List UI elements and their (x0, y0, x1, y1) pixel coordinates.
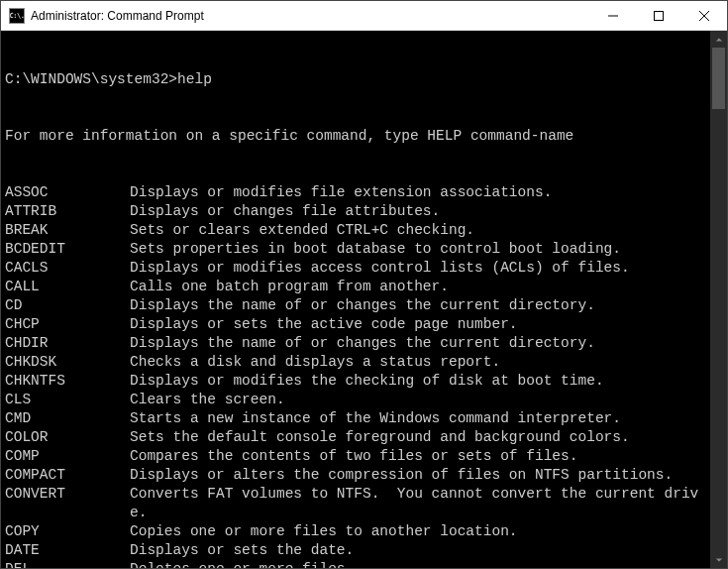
command-prompt-window: C:\. Administrator: Command Prompt C:\WI… (0, 0, 728, 569)
command-name: CMD (5, 409, 130, 428)
command-description: Displays or modifies the checking of dis… (130, 372, 706, 391)
command-description: Displays or modifies access control list… (130, 259, 706, 278)
command-row: CHDIRDisplays the name of or changes the… (5, 334, 706, 353)
scroll-down-arrow[interactable] (710, 551, 727, 568)
maximize-button[interactable] (636, 1, 681, 30)
window-controls (590, 1, 727, 30)
command-description: Displays or sets the active code page nu… (130, 315, 706, 334)
command-row: CONVERTConverts FAT volumes to NTFS. You… (5, 485, 706, 522)
command-name: COMP (5, 447, 130, 466)
command-row: CLSClears the screen. (5, 391, 706, 409)
command-row: ASSOCDisplays or modifies file extension… (5, 183, 706, 202)
command-row: CHCPDisplays or sets the active code pag… (5, 315, 706, 334)
command-description: Calls one batch program from another. (130, 278, 706, 296)
command-description: Displays or modifies file extension asso… (130, 183, 706, 202)
command-name: ATTRIB (5, 202, 130, 221)
command-description: Starts a new instance of the Windows com… (130, 409, 706, 428)
scroll-up-arrow[interactable] (710, 31, 727, 48)
command-description: Checks a disk and displays a status repo… (130, 353, 706, 372)
command-description: Compares the contents of two files or se… (130, 447, 706, 466)
command-description: Displays the name of or changes the curr… (130, 334, 706, 353)
minimize-button[interactable] (590, 1, 636, 30)
command-row: COLORSets the default console foreground… (5, 428, 706, 447)
command-name: DATE (5, 541, 130, 560)
command-description: Displays or sets the date. (130, 541, 706, 560)
command-row: CALLCalls one batch program from another… (5, 278, 706, 296)
command-row: CDDisplays the name of or changes the cu… (5, 296, 706, 315)
command-name: BREAK (5, 221, 130, 240)
command-row: COMPACTDisplays or alters the compressio… (5, 466, 706, 485)
vertical-scrollbar[interactable] (710, 31, 727, 568)
command-name: DEL (5, 560, 130, 568)
command-row: CHKDSKChecks a disk and displays a statu… (5, 353, 706, 372)
command-name: ASSOC (5, 183, 130, 202)
command-description: Copies one or more files to another loca… (130, 522, 706, 541)
command-row: CMDStarts a new instance of the Windows … (5, 409, 706, 428)
command-name: COPY (5, 522, 130, 541)
help-intro: For more information on a specific comma… (5, 127, 706, 146)
command-name: CONVERT (5, 485, 130, 522)
command-row: COPYCopies one or more files to another … (5, 522, 706, 541)
command-row: CACLSDisplays or modifies access control… (5, 259, 706, 278)
command-name: CHCP (5, 315, 130, 334)
command-name: CHKDSK (5, 353, 130, 372)
command-list: ASSOCDisplays or modifies file extension… (5, 183, 706, 568)
command-name: CACLS (5, 259, 130, 278)
cmd-icon: C:\. (9, 8, 25, 24)
prompt-path: C:\WINDOWS\system32> (5, 71, 177, 87)
command-row: BCDEDITSets properties in boot database … (5, 240, 706, 259)
close-button[interactable] (681, 1, 727, 30)
command-name: CHDIR (5, 334, 130, 353)
command-row: DATEDisplays or sets the date. (5, 541, 706, 560)
command-row: BREAKSets or clears extended CTRL+C chec… (5, 221, 706, 240)
console-area: C:\WINDOWS\system32>help For more inform… (1, 31, 727, 568)
command-description: Sets or clears extended CTRL+C checking. (130, 221, 706, 240)
command-description: Displays or alters the compression of fi… (130, 466, 706, 485)
command-description: Sets properties in boot database to cont… (130, 240, 706, 259)
command-name: CALL (5, 278, 130, 296)
command-description: Displays or changes file attributes. (130, 202, 706, 221)
command-description: Clears the screen. (130, 391, 706, 409)
prompt-command: help (177, 71, 212, 87)
command-row: COMPCompares the contents of two files o… (5, 447, 706, 466)
titlebar[interactable]: C:\. Administrator: Command Prompt (1, 1, 727, 31)
console-output[interactable]: C:\WINDOWS\system32>help For more inform… (1, 31, 710, 568)
command-description: Sets the default console foreground and … (130, 428, 706, 447)
command-row: ATTRIBDisplays or changes file attribute… (5, 202, 706, 221)
command-description: Converts FAT volumes to NTFS. You cannot… (130, 485, 706, 522)
command-name: CHKNTFS (5, 372, 130, 391)
command-name: BCDEDIT (5, 240, 130, 259)
command-description: Deletes one or more files. (130, 560, 706, 568)
command-name: CD (5, 296, 130, 315)
window-title: Administrator: Command Prompt (31, 9, 590, 23)
command-name: COLOR (5, 428, 130, 447)
scroll-thumb[interactable] (712, 48, 725, 109)
command-row: CHKNTFSDisplays or modifies the checking… (5, 372, 706, 391)
command-name: CLS (5, 391, 130, 409)
svg-rect-1 (655, 11, 664, 20)
command-description: Displays the name of or changes the curr… (130, 296, 706, 315)
command-name: COMPACT (5, 466, 130, 485)
command-row: DELDeletes one or more files. (5, 560, 706, 568)
